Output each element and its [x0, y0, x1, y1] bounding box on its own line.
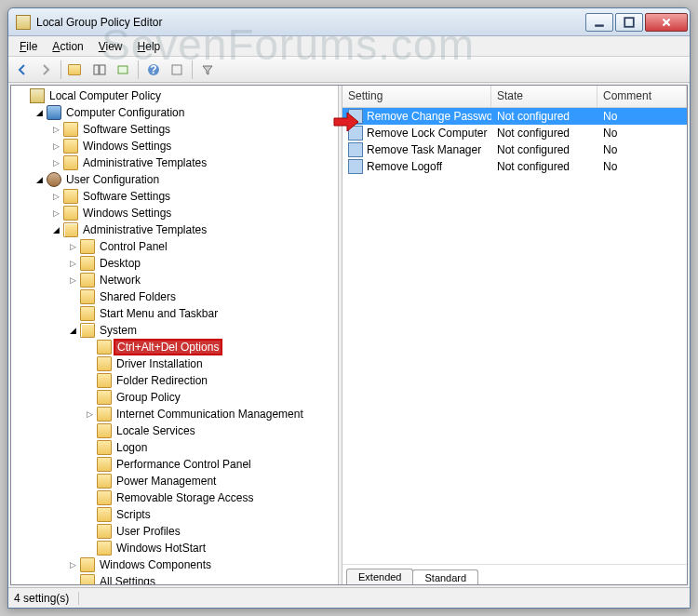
tree-node[interactable]: ▷Removable Storage Access [11, 489, 338, 506]
setting-icon [348, 126, 363, 141]
tree-label: All Settings [99, 575, 156, 584]
cell-comment: No [597, 110, 687, 123]
tree-node[interactable]: ▷Locale Services [11, 422, 338, 439]
list-row[interactable]: Remove LogoffNot configuredNo [342, 158, 687, 175]
tree-label: Windows Components [99, 558, 212, 571]
menu-view[interactable]: View [91, 38, 130, 55]
menu-action[interactable]: Action [45, 38, 90, 55]
expand-icon[interactable]: ▷ [50, 208, 61, 219]
tree-node[interactable]: ▷Scripts [11, 506, 338, 523]
expand-icon[interactable]: ▷ [84, 408, 95, 420]
tree-node[interactable]: ▷Driver Installation [11, 355, 338, 372]
details-pane: Setting State Comment Remove Change Pass… [342, 86, 687, 584]
tree-pane[interactable]: ▷Local Computer Policy◢Computer Configur… [11, 86, 339, 584]
folder-icon [97, 490, 112, 505]
header-comment[interactable]: Comment [597, 86, 687, 107]
tree-label: Shared Folders [99, 290, 177, 303]
tree-node[interactable]: ▷Start Menu and Taskbar [11, 305, 338, 322]
list-row[interactable]: Remove Task ManagerNot configuredNo [342, 141, 687, 158]
expand-icon[interactable]: ▷ [50, 191, 61, 202]
filter-button[interactable] [197, 60, 218, 80]
help-button[interactable]: ? [143, 60, 164, 80]
tree-node[interactable]: ▷Power Management [11, 473, 338, 489]
header-state[interactable]: State [491, 86, 597, 107]
tree-label: Administrative Templates [82, 156, 208, 169]
tree-node[interactable]: ▷Group Policy [11, 389, 338, 406]
toolbar-separator [138, 60, 139, 79]
close-button[interactable] [645, 13, 688, 32]
expand-icon[interactable]: ▷ [50, 124, 61, 135]
menu-help[interactable]: Help [130, 38, 168, 55]
tree-node[interactable]: ▷Windows Settings [11, 138, 338, 154]
folder-icon [80, 256, 95, 271]
cell-comment: No [597, 160, 687, 173]
list-body[interactable]: Remove Change PasswordNot configuredNoRe… [342, 108, 687, 564]
content-area: ▷Local Computer Policy◢Computer Configur… [10, 85, 688, 585]
tree-node[interactable]: ▷Folder Redirection [11, 372, 338, 389]
tree-node[interactable]: ▷All Settings [11, 573, 338, 584]
tree-node[interactable]: ▷User Profiles [11, 523, 338, 540]
list-row[interactable]: Remove Change PasswordNot configuredNo [342, 108, 687, 125]
expand-icon[interactable]: ▷ [50, 157, 61, 168]
tree-node[interactable]: ▷Control Panel [11, 238, 338, 255]
tree-node[interactable]: ▷Windows HotStart [11, 540, 338, 556]
menu-file[interactable]: File [12, 38, 45, 55]
tree-node[interactable]: ◢Administrative Templates [11, 221, 338, 238]
properties-button[interactable] [167, 60, 187, 80]
tree-node[interactable]: ▷Windows Settings [11, 205, 338, 221]
expand-icon[interactable]: ▷ [67, 241, 78, 252]
folder-icon [80, 557, 95, 572]
collapse-icon[interactable]: ◢ [67, 325, 78, 336]
up-button[interactable] [66, 60, 87, 80]
folder-icon [63, 222, 78, 237]
tree-label: Windows Settings [82, 207, 172, 220]
tree-node[interactable]: ◢User Configuration [11, 171, 338, 188]
tree-label: Local Computer Policy [48, 89, 162, 102]
setting-icon [348, 109, 363, 124]
expand-icon[interactable]: ▷ [67, 258, 78, 269]
tree-node[interactable]: ▷Internet Communication Management [11, 406, 338, 422]
tree-node[interactable]: ▷Windows Components [11, 556, 338, 573]
folder-icon [97, 524, 112, 539]
expand-icon[interactable]: ▷ [67, 559, 78, 570]
cell-setting: Remove Task Manager [367, 143, 481, 156]
tree-label: Group Policy [115, 391, 181, 404]
tree-label: Removable Storage Access [115, 491, 254, 504]
toolbar-separator [192, 60, 193, 79]
folder-icon [97, 507, 112, 522]
tree-node[interactable]: ▷Software Settings [11, 188, 338, 205]
tree-node[interactable]: ▷Desktop [11, 255, 338, 272]
titlebar[interactable]: Local Group Policy Editor [8, 8, 690, 36]
list-row[interactable]: Remove Lock ComputerNot configuredNo [342, 125, 687, 141]
folder-icon [47, 172, 61, 187]
minimize-button[interactable] [585, 13, 613, 32]
tree-node[interactable]: ◢Computer Configuration [11, 104, 338, 121]
tree-node[interactable]: ▷Logon [11, 439, 338, 456]
tree-node[interactable]: ▷Shared Folders [11, 288, 338, 305]
expand-icon[interactable]: ▷ [67, 275, 78, 286]
tree-node[interactable]: ▷Performance Control Panel [11, 456, 338, 473]
folder-icon [97, 407, 112, 422]
tree-node[interactable]: ▷Network [11, 272, 338, 288]
tree-label: Computer Configuration [65, 106, 185, 119]
show-hide-tree-button[interactable] [89, 60, 110, 80]
folder-icon [63, 139, 78, 154]
maximize-button[interactable] [615, 13, 643, 32]
tree-node[interactable]: ◢System [11, 322, 338, 339]
tree-node[interactable]: ▷Ctrl+Alt+Del Options [11, 339, 338, 355]
svg-rect-4 [94, 65, 99, 74]
tree-label: Windows Settings [82, 140, 172, 153]
tab-extended[interactable]: Extended [346, 569, 413, 584]
back-button[interactable] [12, 60, 33, 80]
collapse-icon[interactable]: ◢ [34, 174, 45, 185]
tab-standard[interactable]: Standard [412, 569, 478, 585]
tree-node[interactable]: ▷Administrative Templates [11, 154, 338, 171]
tree-node[interactable]: ▷Local Computer Policy [11, 87, 338, 104]
expand-icon[interactable]: ▷ [50, 141, 61, 152]
collapse-icon[interactable]: ◢ [34, 107, 45, 118]
tree-node[interactable]: ▷Software Settings [11, 121, 338, 138]
forward-button[interactable] [35, 60, 56, 80]
header-setting[interactable]: Setting [342, 86, 491, 107]
export-button[interactable] [113, 60, 133, 80]
collapse-icon[interactable]: ◢ [50, 224, 61, 235]
